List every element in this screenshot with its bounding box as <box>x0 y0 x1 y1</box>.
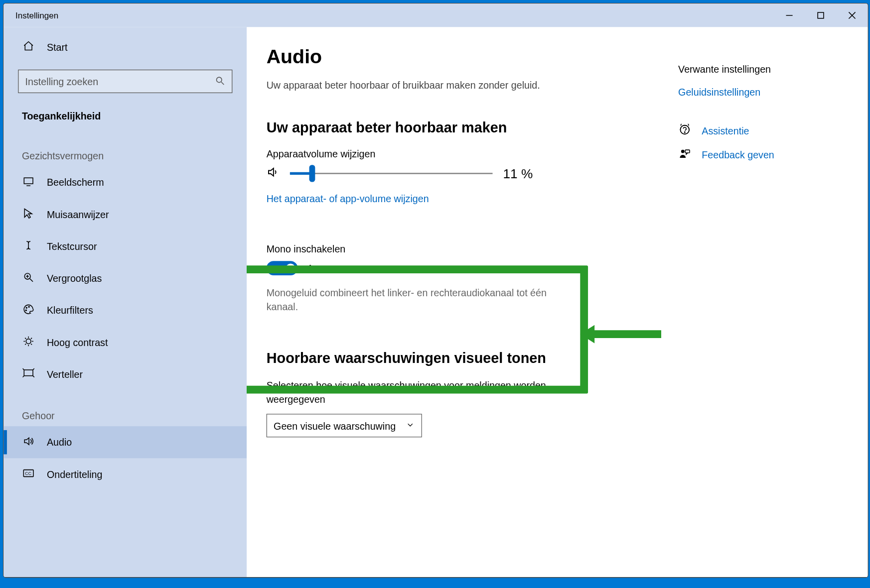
volume-icon <box>267 166 280 181</box>
svg-rect-1 <box>818 12 824 18</box>
monitor-icon <box>22 175 35 189</box>
svg-marker-30 <box>580 325 661 344</box>
group-vision-label: Gezichtsvermogen <box>3 130 247 166</box>
svg-point-32 <box>684 132 685 133</box>
speaker-icon <box>22 435 35 449</box>
related-heading: Verwante instellingen <box>678 64 855 75</box>
sidebar-item-label: Hoog contrast <box>47 337 108 348</box>
minimize-button[interactable] <box>774 3 805 27</box>
home-button[interactable]: Start <box>3 34 247 61</box>
search-placeholder: Instelling zoeken <box>25 76 99 87</box>
get-help-link[interactable]: Assistentie <box>678 124 855 138</box>
annotation-arrow-icon <box>580 321 665 347</box>
svg-line-21 <box>25 338 26 339</box>
titlebar: Instellingen <box>3 3 868 27</box>
svg-point-33 <box>681 150 685 153</box>
sidebar-item-display[interactable]: Beeldscherm <box>3 166 247 198</box>
sidebar-item-audio[interactable]: Audio <box>3 426 247 458</box>
svg-point-4 <box>217 77 222 82</box>
mono-title: Mono inschakelen <box>267 243 646 254</box>
palette-icon <box>22 303 35 317</box>
maximize-icon <box>817 11 825 19</box>
home-label: Start <box>47 41 68 52</box>
cc-icon: CC <box>22 468 35 481</box>
volume-slider[interactable] <box>290 166 493 181</box>
narrator-icon <box>22 367 35 381</box>
svg-line-24 <box>31 338 32 339</box>
volume-label: Apparaatvolume wijzigen <box>267 148 646 159</box>
search-icon <box>215 75 225 88</box>
svg-rect-25 <box>24 370 33 376</box>
sidebar-item-label: Muisaanwijzer <box>47 209 109 220</box>
slider-track <box>290 173 493 174</box>
visual-alert-value: Geen visuele waarschuwing <box>274 420 396 431</box>
visual-alerts-label: Selecteren hoe visuele waarschuwingen vo… <box>267 378 554 406</box>
svg-rect-6 <box>24 178 33 184</box>
section-visual-alerts: Hoorbare waarschuwingen visueel tonen <box>267 350 646 367</box>
svg-rect-34 <box>685 150 690 153</box>
svg-text:CC: CC <box>25 471 31 476</box>
sidebar-item-label: Audio <box>47 437 72 448</box>
sidebar-item-label: Vergrootglas <box>47 273 102 284</box>
sidebar: Start Instelling zoeken Toegankelijkheid… <box>3 27 247 578</box>
sidebar-item-label: Ondertiteling <box>47 469 103 479</box>
home-icon <box>22 40 35 54</box>
minimize-icon <box>785 11 793 19</box>
sidebar-item-closed-captions[interactable]: CC Ondertiteling <box>3 458 247 490</box>
help-icon <box>678 124 691 138</box>
volume-value: 11 % <box>503 166 533 181</box>
settings-window: Instellingen Start Instelling zoeken <box>3 3 869 578</box>
sidebar-item-text-cursor[interactable]: Tekstcursor <box>3 231 247 262</box>
svg-line-10 <box>30 279 33 282</box>
sidebar-item-narrator[interactable]: Verteller <box>3 358 247 390</box>
sound-settings-link[interactable]: Geluidsinstellingen <box>678 87 855 98</box>
give-feedback-label: Feedback geven <box>702 149 774 160</box>
sidebar-item-label: Tekstcursor <box>47 240 97 251</box>
chevron-down-icon <box>406 420 415 431</box>
svg-line-27 <box>22 376 24 377</box>
maximize-button[interactable] <box>805 3 837 27</box>
svg-point-13 <box>26 307 27 308</box>
sidebar-item-color-filters[interactable]: Kleurfilters <box>3 294 247 326</box>
svg-point-16 <box>26 339 31 344</box>
feedback-icon <box>678 148 691 162</box>
mono-toggle[interactable] <box>267 261 298 275</box>
section-better-hearing: Uw apparaat beter hoorbaar maken <box>267 119 646 136</box>
sidebar-item-magnifier[interactable]: Vergrootglas <box>3 262 247 294</box>
svg-line-22 <box>31 344 32 345</box>
page-lead: Uw apparaat beter hoorbaar of bruikbaar … <box>267 79 646 90</box>
window-controls <box>774 3 868 27</box>
window-title: Instellingen <box>15 10 58 20</box>
category-title: Toegankelijkheid <box>3 101 247 130</box>
sidebar-item-label: Beeldscherm <box>47 177 104 188</box>
magnifier-icon <box>22 271 35 285</box>
give-feedback-link[interactable]: Feedback geven <box>678 148 855 162</box>
svg-line-5 <box>221 82 224 84</box>
page-title: Audio <box>267 45 646 68</box>
slider-thumb[interactable] <box>309 165 315 182</box>
svg-point-15 <box>25 310 26 311</box>
text-cursor-icon <box>22 239 35 253</box>
main-pane: Audio Uw apparaat beter hoorbaar of brui… <box>247 27 868 578</box>
cursor-icon <box>22 208 35 222</box>
sidebar-item-label: Verteller <box>47 369 83 380</box>
svg-line-23 <box>25 344 26 345</box>
sidebar-item-label: Kleurfilters <box>47 305 93 316</box>
volume-mixer-link[interactable]: Het apparaat- of app-volume wijzigen <box>267 193 429 204</box>
get-help-label: Assistentie <box>702 125 749 136</box>
content: Audio Uw apparaat beter hoorbaar of brui… <box>247 27 665 578</box>
volume-row: 11 % <box>267 166 646 181</box>
close-button[interactable] <box>837 3 868 27</box>
mono-description: Monogeluid combineert het linker- en rec… <box>267 286 561 313</box>
search-input[interactable]: Instelling zoeken <box>18 70 232 93</box>
close-icon <box>848 11 856 19</box>
sidebar-item-high-contrast[interactable]: Hoog contrast <box>3 326 247 358</box>
related-pane: Verwante instellingen Geluidsinstellinge… <box>665 27 868 578</box>
group-hearing-label: Gehoor <box>3 390 247 426</box>
svg-point-14 <box>28 306 29 307</box>
contrast-icon <box>22 336 35 350</box>
visual-alert-select[interactable]: Geen visuele waarschuwing <box>267 414 422 437</box>
mono-toggle-state: Aan <box>307 262 324 273</box>
sidebar-item-mouse-pointer[interactable]: Muisaanwijzer <box>3 198 247 230</box>
svg-line-26 <box>22 368 24 370</box>
